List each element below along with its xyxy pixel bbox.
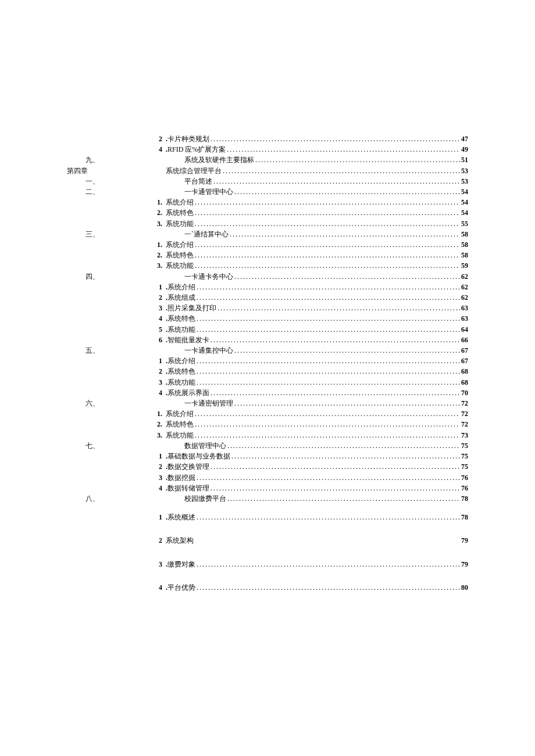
toc-leader <box>194 260 460 271</box>
toc-leader <box>195 282 460 292</box>
toc-leader <box>209 134 460 144</box>
toc-entry-page: 73 <box>460 430 468 440</box>
toc-entry-title: .缴费对象 <box>166 559 195 569</box>
toc-entry: 1.系统介绍67 <box>67 356 468 366</box>
toc-entry-label: 二、 <box>67 187 184 197</box>
toc-entry-title-text: 数据管理中心 <box>184 442 226 450</box>
toc-entry-title-text: 平台优势 <box>167 583 195 592</box>
toc-entry-title-text: 卡片种类规划 <box>167 135 209 143</box>
toc-entry-title-text: 系统介绍 <box>166 241 194 249</box>
toc-entry-title: .系统特色 <box>166 366 195 377</box>
toc-entry-label: 1 <box>67 356 166 366</box>
toc-entry-title: 系统特色 <box>166 419 194 429</box>
toc-entry-title: .平台优势 <box>166 582 195 593</box>
toc-entry: 4.平台优势80 <box>67 582 468 593</box>
toc-entry-title: 系统及软硬件主要指标 <box>184 155 254 165</box>
toc-entry-label: 2 <box>67 461 166 472</box>
toc-leader <box>194 409 460 419</box>
toc-entry-page: 78 <box>460 512 468 522</box>
toc-entry-title: 系统特色 <box>166 250 194 260</box>
toc-entry-label: 4 <box>67 144 166 155</box>
toc-entry-page: 58 <box>460 239 468 250</box>
toc-entry-label: 4 <box>67 483 166 493</box>
toc-entry-title-text: 智能批量发卡 <box>167 336 209 344</box>
toc-leader <box>209 461 460 472</box>
toc-entry-page: 54 <box>460 207 468 218</box>
toc-entry: 三、一`通结算中心58 <box>67 229 468 239</box>
toc-entry-page: 72 <box>460 409 468 419</box>
toc-entry-label: 五、 <box>67 345 184 356</box>
toc-page: 2.卡片种类规划474.RFID 应%扩展方案49九、系统及软硬件主要指标51第… <box>0 0 535 756</box>
toc-entry: 3.系统功能55 <box>67 218 468 229</box>
toc-entry-page: 66 <box>460 335 468 345</box>
toc-entry-label: 七、 <box>67 440 184 451</box>
toc-entry-title-text: 平台简述 <box>184 177 212 185</box>
toc-leader <box>194 207 460 218</box>
toc-entry-title-text: 一卡通管理中心 <box>184 188 233 196</box>
toc-leader <box>194 430 460 440</box>
toc-leader <box>194 218 460 229</box>
toc-entry: 2.系统特色72 <box>67 419 468 429</box>
toc-leader <box>233 271 460 282</box>
toc-entry-page: 54 <box>460 197 468 207</box>
toc-entry-title: 系统功能 <box>166 260 194 271</box>
toc-entry-title-text: 系统特色 <box>166 251 194 259</box>
toc-entry: 1.系统介绍72 <box>67 409 468 419</box>
toc-list: 2.卡片种类规划474.RFID 应%扩展方案49九、系统及软硬件主要指标51第… <box>67 134 468 593</box>
toc-entry-page: 68 <box>460 366 468 377</box>
toc-leader <box>195 512 460 522</box>
toc-entry-page: 75 <box>460 461 468 472</box>
toc-entry-title-text: 数据转储管理 <box>167 484 209 492</box>
toc-entry-title-text: 数据交换管理 <box>167 463 209 471</box>
toc-entry-title: 一卡通密钥管理 <box>184 398 233 409</box>
toc-entry: 5.系统功能64 <box>67 324 468 335</box>
toc-leader <box>195 472 460 483</box>
toc-entry-label: 4 <box>67 582 166 593</box>
toc-entry-page: 58 <box>460 229 468 239</box>
toc-entry-title-text: 系统概述 <box>167 513 195 521</box>
toc-entry-page: 53 <box>460 166 468 176</box>
toc-entry-title-text: 系统功能 <box>167 325 195 334</box>
toc-leader <box>194 197 460 207</box>
toc-entry: 3.系统功能68 <box>67 377 468 388</box>
toc-entry-label: 1. <box>67 409 166 419</box>
toc-entry: 3.缴费对象79 <box>67 559 468 569</box>
toc-entry-page: 63 <box>460 313 468 324</box>
toc-entry-title: 一`通结算中心 <box>184 229 229 239</box>
toc-leader <box>209 335 460 345</box>
toc-entry: 1.基础数据与业务数据75 <box>67 451 468 461</box>
toc-entry-title-text: 系统组成 <box>167 293 195 302</box>
toc-entry-label: 2 <box>67 134 166 144</box>
toc-entry-label: 3 <box>67 559 166 569</box>
toc-entry-page: 75 <box>460 451 468 461</box>
toc-entry-page: 62 <box>460 292 468 303</box>
toc-entry-title-text: 系统特色 <box>166 209 194 217</box>
toc-leader <box>226 493 460 504</box>
toc-entry-title: .照片采集及打印 <box>166 303 216 313</box>
toc-entry-page: 68 <box>460 377 468 388</box>
toc-entry-page: 75 <box>460 440 468 451</box>
toc-entry-page: 72 <box>460 419 468 429</box>
toc-entry: 二、一卡通管理中心54 <box>67 187 468 197</box>
toc-entry-title-text: 一`通结算中心 <box>184 230 229 238</box>
toc-entry-label: 1 <box>67 512 166 522</box>
toc-entry-label: 第四章 <box>67 166 166 176</box>
toc-entry-page: 62 <box>460 282 468 292</box>
toc-entry-label: 4 <box>67 313 166 324</box>
toc-entry-label: 三、 <box>67 229 184 239</box>
toc-entry-title: 数据管理中心 <box>184 440 226 451</box>
toc-entry: 4.数据转储管理76 <box>67 483 468 493</box>
toc-entry-page: 47 <box>460 134 468 144</box>
toc-entry-title-text: 一卡通集控中心 <box>184 346 233 354</box>
toc-entry-page: 51 <box>460 155 468 165</box>
toc-entry-page: 79 <box>460 559 468 569</box>
toc-entry: 2.数据交换管理75 <box>67 461 468 472</box>
toc-entry-title: .系统展示界面 <box>166 388 209 398</box>
toc-entry: 1.系统介绍58 <box>67 239 468 250</box>
toc-leader <box>226 440 460 451</box>
toc-entry: 6.智能批量发卡66 <box>67 335 468 345</box>
toc-entry-label: 3 <box>67 377 166 388</box>
toc-entry-label: 3 <box>67 472 166 483</box>
toc-entry: 1.系统介绍62 <box>67 282 468 292</box>
toc-leader <box>195 324 460 335</box>
